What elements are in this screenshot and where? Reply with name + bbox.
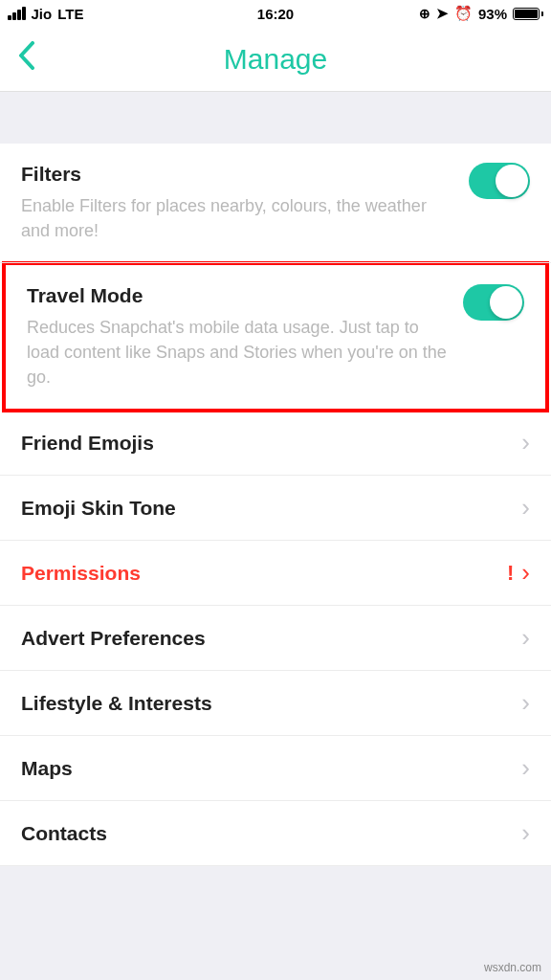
permissions-row[interactable]: Permissions ! › [0,541,551,606]
carrier-label: Jio [32,6,53,22]
contacts-title: Contacts [21,822,107,845]
travel-mode-row[interactable]: Travel Mode Reduces Snapchat's mobile da… [6,265,545,409]
chevron-right-icon: › [521,493,530,523]
lifestyle-interests-row[interactable]: Lifestyle & Interests › [0,671,551,736]
travel-mode-desc: Reduces Snapchat's mobile data usage. Ju… [27,315,448,390]
status-right: ⊕ ➤ ⏰ 93% [419,5,543,22]
chevron-right-icon: › [521,428,530,457]
location-icon: ➤ [436,5,449,22]
filters-toggle[interactable] [469,163,530,199]
chevron-left-icon [17,41,34,70]
contacts-row[interactable]: Contacts › [0,801,551,866]
maps-row[interactable]: Maps › [0,736,551,801]
chevron-right-icon: › [521,623,530,653]
page-title: Manage [0,43,551,76]
chevron-right-icon: › [521,558,530,588]
chevron-right-icon: › [521,818,530,848]
section-spacer [0,92,551,144]
filters-row[interactable]: Filters Enable Filters for places nearby… [0,144,551,263]
chevron-right-icon: › [521,753,530,783]
bottom-spacer [0,866,551,943]
emoji-skin-tone-row[interactable]: Emoji Skin Tone › [0,476,551,541]
orientation-lock-icon: ⊕ [419,6,430,21]
maps-title: Maps [21,757,73,780]
advert-preferences-title: Advert Preferences [21,627,206,650]
alert-icon: ! [507,561,514,586]
status-left: Jio LTE [8,6,83,22]
chevron-right-icon: › [521,688,530,718]
battery-icon [513,8,543,20]
watermark: wsxdn.com [484,961,541,974]
filters-title: Filters [21,163,453,186]
status-bar: Jio LTE 16:20 ⊕ ➤ ⏰ 93% [0,0,551,27]
friend-emojis-row[interactable]: Friend Emojis › [0,411,551,476]
back-button[interactable] [17,40,34,78]
filters-desc: Enable Filters for places nearby, colour… [21,193,453,243]
travel-mode-toggle[interactable] [463,284,524,321]
advert-preferences-row[interactable]: Advert Preferences › [0,606,551,671]
status-time: 16:20 [257,6,294,22]
friend-emojis-title: Friend Emojis [21,432,154,455]
nav-bar: Manage [0,27,551,92]
settings-list: Filters Enable Filters for places nearby… [0,144,551,866]
signal-icon [8,7,26,20]
battery-percent: 93% [478,6,507,22]
network-label: LTE [57,6,83,22]
lifestyle-interests-title: Lifestyle & Interests [21,692,212,715]
permissions-title: Permissions [21,562,141,585]
alarm-icon: ⏰ [454,5,473,22]
emoji-skin-tone-title: Emoji Skin Tone [21,497,176,520]
highlight-annotation: Travel Mode Reduces Snapchat's mobile da… [2,261,549,412]
travel-mode-title: Travel Mode [27,284,448,307]
